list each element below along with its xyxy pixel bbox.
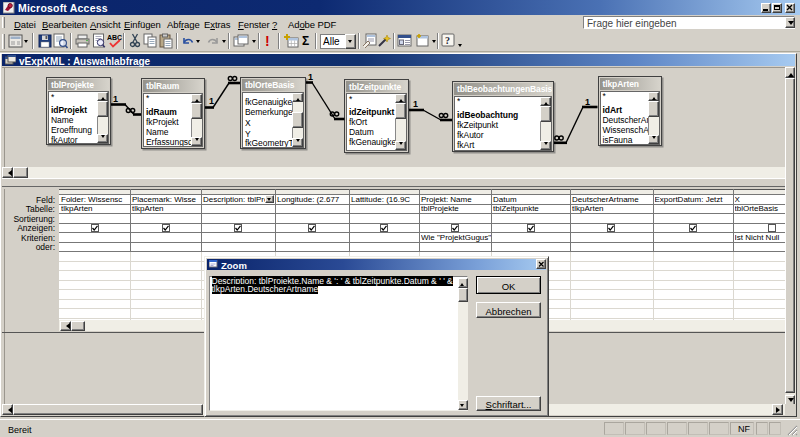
- svg-text:?: ?: [445, 35, 450, 46]
